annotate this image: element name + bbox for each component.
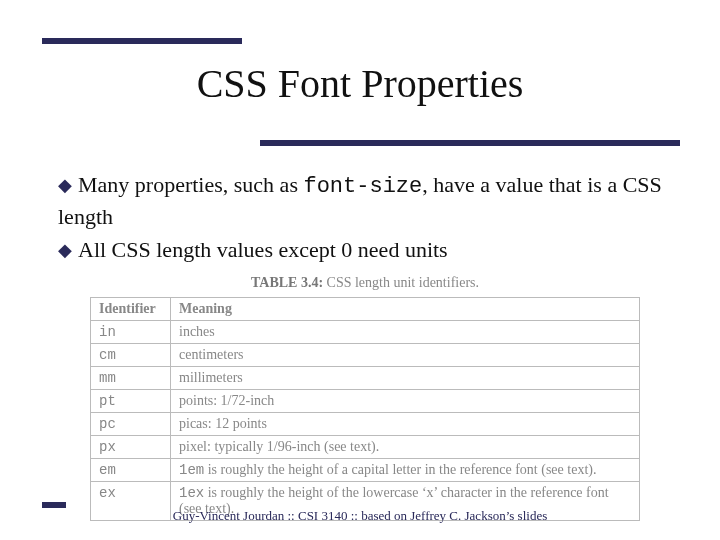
cell-code: 1em <box>179 462 204 478</box>
bullet-item: ◆Many properties, such as font-size, hav… <box>58 170 670 231</box>
table-row: pxpixel: typically 1/96-inch (see text). <box>91 436 640 459</box>
cell-code: 1ex <box>179 485 204 501</box>
cell-id: pc <box>91 413 171 436</box>
cell-meaning: picas: 12 points <box>171 413 640 436</box>
cell-id: pt <box>91 390 171 413</box>
cell-meaning: millimeters <box>171 367 640 390</box>
cell-id: px <box>91 436 171 459</box>
cell-meaning: 1em is roughly the height of a capital l… <box>171 459 640 482</box>
diamond-bullet-icon: ◆ <box>58 173 72 197</box>
table-row: em1em is roughly the height of a capital… <box>91 459 640 482</box>
col-identifier: Identifier <box>91 298 171 321</box>
slide-title: CSS Font Properties <box>0 60 720 107</box>
table-header-row: Identifier Meaning <box>91 298 640 321</box>
cell-id: in <box>91 321 171 344</box>
table-caption-text: CSS length unit identifiers. <box>323 275 479 290</box>
bullet-text-pre: Many properties, such as <box>78 172 303 197</box>
bullet-code: font-size <box>303 174 422 199</box>
bullet-item: ◆All CSS length values except 0 need uni… <box>58 235 670 265</box>
cell-meaning: points: 1/72-inch <box>171 390 640 413</box>
table-row: cmcentimeters <box>91 344 640 367</box>
accent-bar-top <box>42 38 242 44</box>
col-meaning: Meaning <box>171 298 640 321</box>
slide-footer: Guy-Vincent Jourdan :: CSI 3140 :: based… <box>0 508 720 524</box>
table-row: ptpoints: 1/72-inch <box>91 390 640 413</box>
table-row: pcpicas: 12 points <box>91 413 640 436</box>
cell-id: cm <box>91 344 171 367</box>
cell-text: is roughly the height of a capital lette… <box>204 462 596 477</box>
diamond-bullet-icon: ◆ <box>58 238 72 262</box>
table-row: ininches <box>91 321 640 344</box>
cell-id: em <box>91 459 171 482</box>
cell-meaning: inches <box>171 321 640 344</box>
bullet-text: All CSS length values except 0 need unit… <box>78 237 448 262</box>
length-units-table: Identifier Meaning ininches cmcentimeter… <box>90 297 640 521</box>
table-caption: TABLE 3.4: CSS length unit identifiers. <box>90 275 640 291</box>
accent-bar-mid <box>260 140 680 146</box>
table-figure: TABLE 3.4: CSS length unit identifiers. … <box>90 275 640 521</box>
table-caption-label: TABLE 3.4: <box>251 275 323 290</box>
cell-meaning: centimeters <box>171 344 640 367</box>
cell-id: mm <box>91 367 171 390</box>
cell-meaning: pixel: typically 1/96-inch (see text). <box>171 436 640 459</box>
table-row: mmmillimeters <box>91 367 640 390</box>
slide-body: ◆Many properties, such as font-size, hav… <box>58 170 670 269</box>
